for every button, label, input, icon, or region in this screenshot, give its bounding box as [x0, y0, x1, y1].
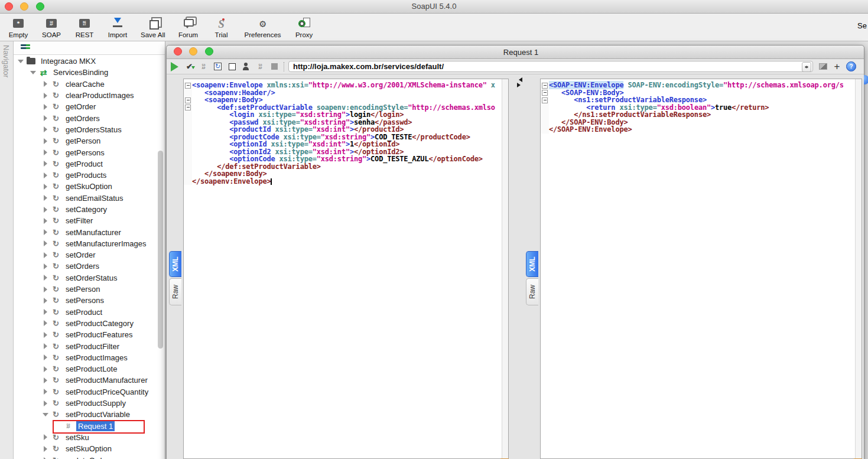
expander-open-icon[interactable] — [42, 411, 49, 418]
tree-options-icon[interactable] — [21, 44, 30, 51]
tree-item-setPerson[interactable]: ↻setPerson — [14, 284, 157, 295]
request-vertical-scrollbar[interactable] — [502, 79, 508, 458]
add-assertion-check-icon[interactable] — [184, 61, 194, 71]
expander-closed-icon[interactable] — [42, 263, 49, 270]
expander-closed-icon[interactable] — [42, 126, 49, 133]
tree-item-getOrder[interactable]: ↻getOrder — [14, 101, 157, 112]
response-xml-editor[interactable]: <SOAP-ENV:Envelope SOAP-ENV:encodingStyl… — [540, 79, 862, 459]
fold-minus-icon[interactable] — [185, 105, 191, 110]
toolbar-import-button[interactable]: Import — [108, 17, 128, 38]
split-pane-toggle-icon[interactable] — [515, 77, 522, 87]
expander-closed-icon[interactable] — [42, 308, 49, 315]
tree-item-setCategory[interactable]: ↻setCategory — [14, 204, 157, 215]
expander-open-icon[interactable] — [30, 69, 37, 76]
endpoint-url-input[interactable] — [288, 61, 813, 72]
tree-item-setFilter[interactable]: ↻setFilter — [14, 215, 157, 226]
toolbar-proxy-button[interactable]: Proxy — [294, 17, 314, 38]
tree-item-setSkuOption[interactable]: ↻setSkuOption — [14, 443, 157, 454]
expander-closed-icon[interactable] — [42, 343, 49, 350]
endpoint-stepper-icon[interactable] — [802, 62, 811, 72]
tree-item-setProductPriceQuantity[interactable]: ↻setProductPriceQuantity — [14, 386, 157, 398]
tree-item-setProductManufacturer[interactable]: ↻setProductManufacturer — [14, 375, 157, 386]
tree-item-getPersons[interactable]: ↻getPersons — [14, 147, 157, 158]
tree-item-setOrderStatus[interactable]: ↻setOrderStatus — [14, 272, 157, 284]
expander-closed-icon[interactable] — [42, 103, 49, 110]
expander-closed-icon[interactable] — [42, 92, 49, 99]
expander-closed-icon[interactable] — [42, 217, 49, 224]
fold-minus-icon[interactable] — [185, 83, 191, 89]
tree-item-setProductFilter[interactable]: ↻setProductFilter — [14, 340, 157, 351]
stop-square-icon[interactable] — [227, 61, 237, 71]
tree-item-setManufacturer[interactable]: ↻setManufacturer — [14, 226, 157, 237]
toolbar-soap-button[interactable]: SO APSOAP — [41, 17, 61, 38]
fold-minus-icon[interactable] — [542, 83, 548, 89]
request-xml-editor[interactable]: <soapenv:Envelope xmlns:xsi="http://www.… — [183, 79, 509, 459]
help-question-icon[interactable] — [846, 61, 856, 71]
soap-document-icon[interactable] — [199, 61, 209, 71]
expander-closed-icon[interactable] — [42, 457, 49, 459]
tree-item-getProduct[interactable]: ↻getProduct — [14, 158, 157, 170]
tree-item-clearCache[interactable]: ↻clearCache — [14, 79, 157, 90]
tab-response-xml[interactable]: XML — [526, 251, 538, 277]
tree-item-sendEmailStatus[interactable]: ↻sendEmailStatus — [14, 193, 157, 204]
tree-item-setOrder[interactable]: ↻setOrder — [14, 249, 157, 261]
expander-closed-icon[interactable] — [42, 194, 49, 201]
toolbar-forum-button[interactable]: Forum — [178, 17, 199, 38]
navigator-scrollbar[interactable] — [158, 151, 163, 349]
expander-closed-icon[interactable] — [42, 183, 49, 190]
toolbar-empty-button[interactable]: *Empty — [8, 17, 28, 38]
tab-response-raw[interactable]: Raw — [526, 278, 538, 305]
tab-layout-icon[interactable] — [818, 61, 828, 71]
tree-item-setProductLote[interactable]: ↻setProductLote — [14, 363, 157, 375]
toolbar-preferences-button[interactable]: ⚙Preferences — [245, 17, 281, 38]
tree-item-updateOrder[interactable]: ↻updateOrder — [14, 454, 157, 459]
expander-closed-icon[interactable] — [42, 297, 49, 304]
expander-closed-icon[interactable] — [42, 445, 49, 453]
expander-closed-icon[interactable] — [42, 80, 49, 87]
expander-closed-icon[interactable] — [42, 149, 49, 156]
tree-item-setProductVariable[interactable]: ↻setProductVariable — [14, 409, 157, 420]
expander-closed-icon[interactable] — [42, 434, 49, 441]
tree-item-ServicesBinding[interactable]: ⇄ServicesBinding — [14, 67, 157, 78]
tree-item-getPerson[interactable]: ↻getPerson — [14, 135, 157, 147]
tree-item-getProducts[interactable]: ↻getProducts — [14, 170, 157, 181]
expander-closed-icon[interactable] — [42, 388, 49, 395]
expander-closed-icon[interactable] — [42, 138, 49, 145]
tree-item-setSku[interactable]: ↻setSku — [14, 432, 157, 443]
expander-closed-icon[interactable] — [42, 240, 49, 247]
tree-item-setProductFeatures[interactable]: ↻setProductFeatures — [14, 329, 157, 340]
tree-item-clearProductImages[interactable]: ↻clearProductImages — [14, 90, 157, 101]
expander-closed-icon[interactable] — [42, 354, 49, 361]
fold-minus-icon[interactable] — [185, 97, 191, 103]
tree-item-getSkuOption[interactable]: ↻getSkuOption — [14, 181, 157, 192]
add-tab-plus-icon[interactable] — [832, 61, 842, 71]
tree-item-getOrders[interactable]: ↻getOrders — [14, 112, 157, 123]
recreate-request-icon[interactable] — [213, 61, 223, 71]
tree-item-setProductCategory[interactable]: ↻setProductCategory — [14, 318, 157, 329]
tree-item-setPersons[interactable]: ↻setPersons — [14, 295, 157, 306]
expander-closed-icon[interactable] — [42, 400, 49, 407]
soap-document-icon[interactable] — [255, 61, 265, 71]
navigator-side-strip[interactable]: Navigator — [0, 41, 14, 459]
tree-item-setOrders[interactable]: ↻setOrders — [14, 261, 157, 272]
toolbar-rest-button[interactable]: RE STREST — [74, 17, 95, 38]
submit-request-play-icon[interactable] — [170, 61, 180, 71]
gray-square-icon[interactable] — [269, 61, 279, 71]
expander-open-icon[interactable] — [17, 58, 24, 65]
expander-closed-icon[interactable] — [42, 331, 49, 338]
tree-item-setProductImages[interactable]: ↻setProductImages — [14, 352, 157, 363]
tab-request-raw[interactable]: Raw — [169, 278, 181, 305]
expander-closed-icon[interactable] — [42, 115, 49, 122]
expander-closed-icon[interactable] — [42, 160, 49, 167]
tree-item-getOrdersStatus[interactable]: ↻getOrdersStatus — [14, 124, 157, 135]
expander-closed-icon[interactable] — [42, 172, 49, 179]
tree-item-setManufacturerImages[interactable]: ↻setManufacturerImages — [14, 238, 157, 249]
response-vertical-scrollbar[interactable] — [855, 79, 862, 458]
person-icon[interactable] — [241, 61, 251, 71]
expander-closed-icon[interactable] — [42, 229, 49, 236]
fold-minus-icon[interactable] — [542, 97, 548, 103]
expander-closed-icon[interactable] — [42, 252, 49, 259]
expander-closed-icon[interactable] — [42, 274, 49, 281]
tab-request-xml[interactable]: XML — [169, 251, 181, 277]
tree-item-Integracao-MKX[interactable]: Integracao MKX — [14, 56, 157, 67]
